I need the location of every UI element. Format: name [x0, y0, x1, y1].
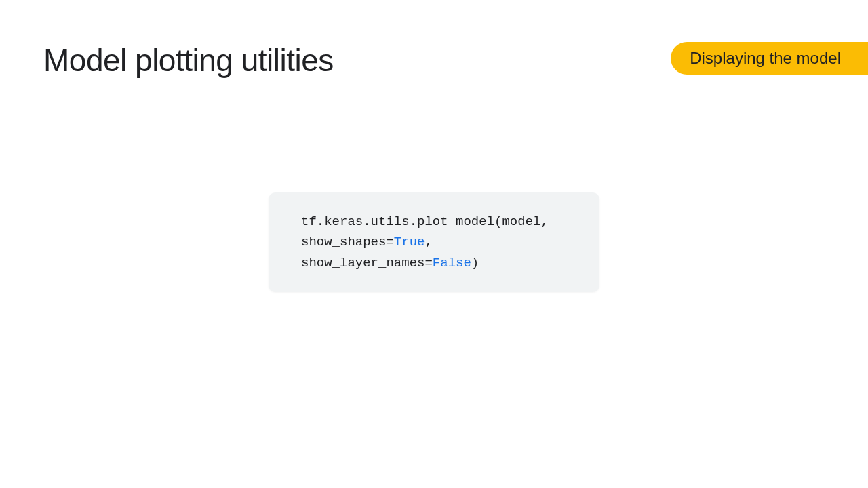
code-text: show_shapes= [301, 235, 394, 249]
code-text: tf.keras.utils.plot_model(model, [301, 214, 549, 229]
code-keyword-true: True [394, 235, 425, 249]
code-text: show_layer_names= [301, 256, 433, 270]
code-block: tf.keras.utils.plot_model(model, show_sh… [269, 192, 599, 292]
code-keyword-false: False [433, 256, 471, 270]
code-text: ) [471, 256, 479, 270]
slide-title: Model plotting utilities [43, 42, 334, 79]
code-line-3: show_layer_names=False) [301, 253, 567, 273]
code-line-2: show_shapes=True, [301, 232, 567, 252]
section-badge: Displaying the model [671, 42, 868, 75]
code-text: , [425, 235, 432, 249]
code-line-1: tf.keras.utils.plot_model(model, [301, 211, 567, 232]
